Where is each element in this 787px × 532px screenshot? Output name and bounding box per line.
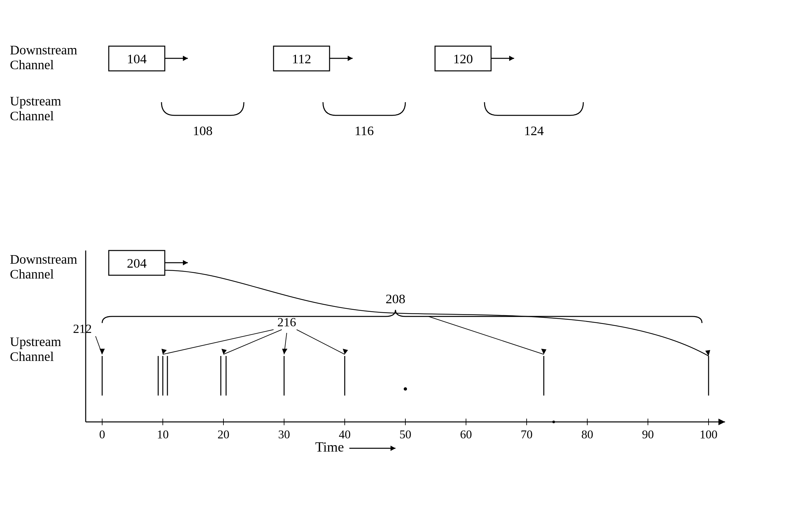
top-upstream-label2: Channel bbox=[10, 108, 54, 123]
top-downstream-label2: Channel bbox=[10, 57, 54, 72]
label-112: 112 bbox=[292, 51, 312, 66]
arrow-212-head bbox=[100, 349, 105, 354]
arrow-216-10 bbox=[163, 329, 274, 354]
label-124: 124 bbox=[524, 123, 544, 138]
top-downstream-label: Downstream bbox=[10, 43, 77, 57]
tick-label-70: 70 bbox=[521, 428, 533, 441]
bracket-108 bbox=[162, 102, 244, 115]
label-212: 212 bbox=[73, 322, 92, 336]
time-label: Time bbox=[315, 439, 344, 454]
tick-label-40: 40 bbox=[339, 428, 350, 441]
label-204: 204 bbox=[127, 256, 147, 271]
dot-center bbox=[404, 387, 407, 390]
curve-208 bbox=[165, 270, 708, 356]
bot-upstream-label2: Channel bbox=[10, 349, 54, 364]
tick-label-50: 50 bbox=[400, 428, 411, 441]
arrow-208-to-75 bbox=[428, 316, 544, 354]
bot-downstream-label: Downstream bbox=[10, 252, 77, 267]
tick-label-20: 20 bbox=[217, 428, 229, 441]
label-116: 116 bbox=[355, 123, 374, 138]
label-108: 108 bbox=[193, 123, 213, 138]
arrowhead-112 bbox=[348, 56, 353, 61]
tick-label-60: 60 bbox=[460, 428, 472, 441]
brace-208 bbox=[102, 310, 702, 323]
diagram-container: Downstream Channel Upstream Channel 104 … bbox=[0, 0, 787, 532]
bot-downstream-label2: Channel bbox=[10, 267, 54, 281]
tick-label-80: 80 bbox=[581, 428, 593, 441]
arrowhead-104 bbox=[183, 56, 188, 61]
bracket-116 bbox=[323, 102, 405, 115]
tick-label-30: 30 bbox=[278, 428, 290, 441]
tick-label-90: 90 bbox=[642, 428, 654, 441]
bot-upstream-label: Upstream bbox=[10, 334, 61, 349]
time-axis-arrow bbox=[719, 419, 725, 425]
arrow-216-30-head bbox=[282, 349, 288, 354]
arrowhead-120 bbox=[509, 56, 514, 61]
tick-label-0: 0 bbox=[99, 428, 105, 441]
label-104: 104 bbox=[127, 51, 147, 66]
label-216: 216 bbox=[277, 315, 296, 329]
arrow-216-40 bbox=[297, 329, 345, 354]
label-208: 208 bbox=[386, 291, 405, 306]
tick-label-10: 10 bbox=[157, 428, 169, 441]
time-arrow-head bbox=[390, 446, 396, 451]
tick-label-100: 100 bbox=[700, 428, 718, 441]
label-120: 120 bbox=[453, 51, 473, 66]
arrowhead-204 bbox=[183, 260, 188, 265]
bracket-124 bbox=[485, 102, 583, 115]
diagram-svg: Downstream Channel Upstream Channel 104 … bbox=[0, 0, 787, 532]
arrow-216-20 bbox=[224, 329, 282, 354]
dot-70 bbox=[552, 421, 555, 423]
top-upstream-label: Upstream bbox=[10, 93, 61, 108]
